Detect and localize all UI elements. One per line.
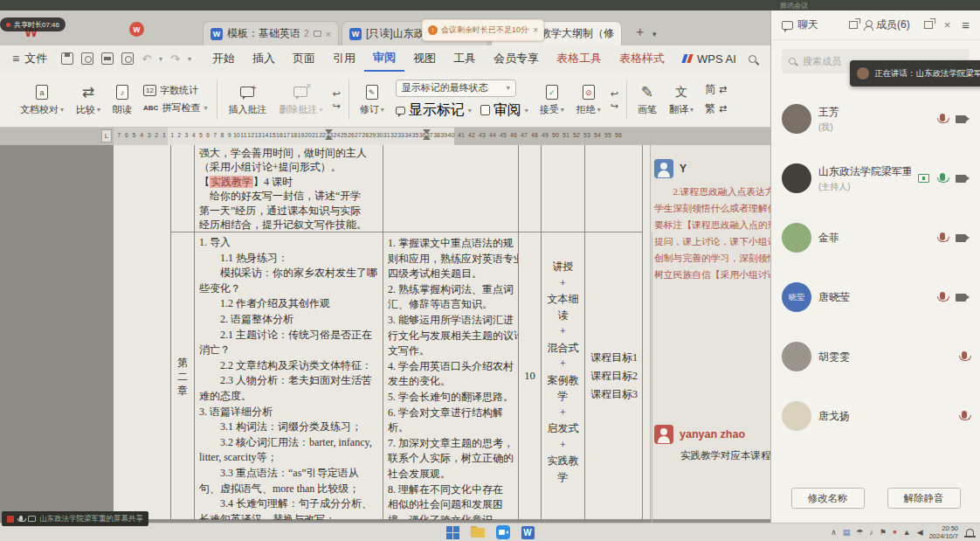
show-markup-button[interactable]: 显示标记▾ — [396, 101, 472, 120]
tab-float-icon[interactable] — [314, 31, 321, 37]
delete-comment-button[interactable]: × 删除批注▾ — [273, 82, 328, 116]
previous-change-icon[interactable]: ↩ — [611, 88, 618, 99]
redo-icon[interactable]: ↷ — [170, 52, 180, 66]
popout-icon[interactable] — [924, 21, 933, 29]
insert-comment-button[interactable]: ＋ 插入批注 — [222, 82, 273, 116]
markup-state-dropdown[interactable]: 显示标记的最终状态▾ — [396, 80, 516, 97]
reject-button[interactable]: ⊘ 拒绝▾ — [570, 82, 607, 116]
member-row[interactable]: 山东政法学院梁军重(主持人) — [771, 149, 980, 208]
toolbar-caret-icon[interactable]: ▾ — [188, 55, 191, 63]
revise-button[interactable]: ✎ 修订▾ — [354, 82, 390, 116]
comment-card[interactable]: Y 2.课程思政融入点表达方式：通学生深刻领悟什么或者理解什么，前要标注【课程思… — [654, 159, 770, 283]
member-row[interactable]: 晓莹唐晓莹 — [771, 267, 980, 327]
menu-item-工具[interactable]: 工具 — [445, 45, 485, 72]
menu-item-审阅[interactable]: 审阅 — [364, 45, 404, 72]
member-row[interactable]: 胡雯雯 — [771, 327, 980, 386]
mic-icon[interactable] — [940, 232, 945, 240]
tencent-meeting-icon[interactable] — [496, 525, 510, 539]
print-icon[interactable] — [101, 52, 114, 65]
tab-close-icon[interactable]: × — [326, 29, 331, 39]
new-tab-button[interactable]: ＋ — [633, 24, 646, 40]
menu-item-插入[interactable]: 插入 — [244, 45, 284, 72]
word-count-button[interactable]: 12 字数统计 — [143, 84, 207, 97]
save-icon[interactable] — [61, 52, 73, 65]
popout-icon[interactable] — [849, 21, 858, 29]
rename-button[interactable]: 修改名称 — [791, 488, 865, 509]
menu-item-表格样式[interactable]: 表格样式 — [611, 45, 673, 72]
tray-audio-icon[interactable]: ♪ — [869, 529, 873, 537]
menu-item-视图[interactable]: 视图 — [404, 45, 445, 72]
tab-chat[interactable]: 聊天 — [797, 17, 818, 32]
mic-icon[interactable] — [940, 173, 945, 181]
close-icon[interactable]: × — [533, 25, 538, 35]
tray-app-icon[interactable]: ▤ — [843, 529, 851, 537]
camera-icon[interactable] — [956, 294, 966, 302]
windows-start-icon[interactable] — [446, 526, 452, 532]
menu-file[interactable]: 文件 — [24, 51, 47, 66]
document-page[interactable]: 强大，学会善用时间，做时间的主人（采用小组讨论+提问形式）。【实践教学】4 课时… — [114, 145, 650, 519]
previous-comment-icon[interactable]: ↩ — [332, 88, 340, 99]
hamburger-icon[interactable]: ≡ — [12, 52, 19, 66]
mic-icon[interactable] — [962, 411, 967, 419]
file-explorer-icon[interactable] — [471, 528, 485, 538]
member-row[interactable]: 唐戈扬 — [771, 386, 980, 446]
document-tab[interactable]: W模板：基础英语1（立格班）2× — [203, 21, 339, 45]
read-aloud-button[interactable]: ♪ 朗读 — [107, 82, 138, 116]
ruler-number: 30 — [376, 132, 383, 138]
undo-icon[interactable]: ↶ — [141, 52, 151, 66]
accept-button[interactable]: ✓ 接受▾ — [534, 82, 570, 116]
menu-item-开始[interactable]: 开始 — [204, 45, 244, 72]
menu-item-引用[interactable]: 引用 — [324, 45, 364, 72]
next-change-icon[interactable]: ↪ — [611, 101, 618, 111]
menu-wps-ai[interactable]: WPS AI — [697, 52, 736, 66]
review-button[interactable]: 审阅▾ — [480, 101, 528, 120]
tab-stop-selector[interactable]: L — [101, 129, 112, 142]
hamburger-icon[interactable]: ≡ — [962, 17, 970, 32]
brush-button[interactable]: ✎ 画笔 — [631, 82, 663, 116]
member-row[interactable]: 金菲 — [771, 208, 980, 267]
camera-icon[interactable] — [956, 234, 966, 242]
wps-writer-icon[interactable]: W — [521, 526, 535, 539]
to-simplified-button[interactable]: 简 ⇄ — [705, 82, 727, 97]
search-icon[interactable] — [749, 55, 756, 63]
clock[interactable]: 20:50 2024/10/7 — [929, 524, 958, 541]
notification-bell-icon[interactable] — [966, 529, 974, 536]
meeting-time-notification[interactable]: ! 会议剩余时长已不足10分钟。 × — [422, 19, 544, 41]
mic-icon[interactable] — [940, 114, 945, 121]
tab-list-caret-icon[interactable]: ▾ — [652, 30, 657, 38]
indent-marker[interactable] — [325, 129, 333, 140]
tray-volume-icon[interactable]: ◀ — [917, 529, 923, 537]
unmute-button[interactable]: 解除静音 — [887, 488, 961, 509]
translate-button[interactable]: 文 翻译▾ — [663, 82, 700, 116]
mic-icon[interactable] — [940, 292, 945, 300]
tray-umbrella-icon[interactable]: ☂ — [856, 529, 863, 537]
tray-network-icon[interactable]: ▲ — [903, 529, 911, 537]
tray-flag-icon[interactable]: ⚑ — [880, 529, 887, 537]
tray-expand-icon[interactable]: ∧ — [831, 529, 837, 537]
ruler[interactable]: L 7654321 123456789101112131415161718192… — [0, 128, 770, 145]
to-traditional-button[interactable]: 繁 ⇄ — [705, 101, 727, 116]
stop-share-icon[interactable] — [7, 516, 14, 523]
menu-item-页面[interactable]: 页面 — [284, 45, 324, 72]
menu-item-表格工具[interactable]: 表格工具 — [548, 45, 611, 72]
comment-card[interactable]: yanyan zhao 实践教学对应本课程的实验学 — [654, 425, 770, 462]
tray-red-app-icon[interactable]: ● — [893, 529, 897, 536]
output-icon[interactable] — [81, 52, 93, 65]
compare-button[interactable]: ⇄ 比较▾ — [70, 82, 107, 116]
proofread-button[interactable]: a 文档校对▾ — [14, 82, 70, 116]
print-preview-icon[interactable] — [121, 52, 134, 65]
mic-icon[interactable] — [962, 351, 967, 359]
chat-icon[interactable] — [782, 21, 793, 30]
camera-icon[interactable] — [956, 115, 966, 123]
screen-share-badge[interactable]: 山东政法学院梁军重的屏幕共享 — [2, 511, 148, 526]
next-comment-icon[interactable]: ↪ — [332, 101, 340, 111]
tab-members[interactable]: 成员(6) — [876, 17, 910, 32]
close-icon[interactable]: × — [944, 18, 951, 31]
wps-ai-icon[interactable] — [682, 53, 694, 64]
indent-marker[interactable] — [423, 129, 431, 140]
undo-caret-icon[interactable]: ▾ — [159, 55, 162, 63]
spell-check-button[interactable]: ABC 拼写检查 ▾ — [143, 101, 207, 114]
member-row[interactable]: 王芳(我) — [771, 89, 980, 149]
menu-item-会员专享[interactable]: 会员专享 — [485, 45, 548, 72]
camera-icon[interactable] — [956, 175, 966, 183]
